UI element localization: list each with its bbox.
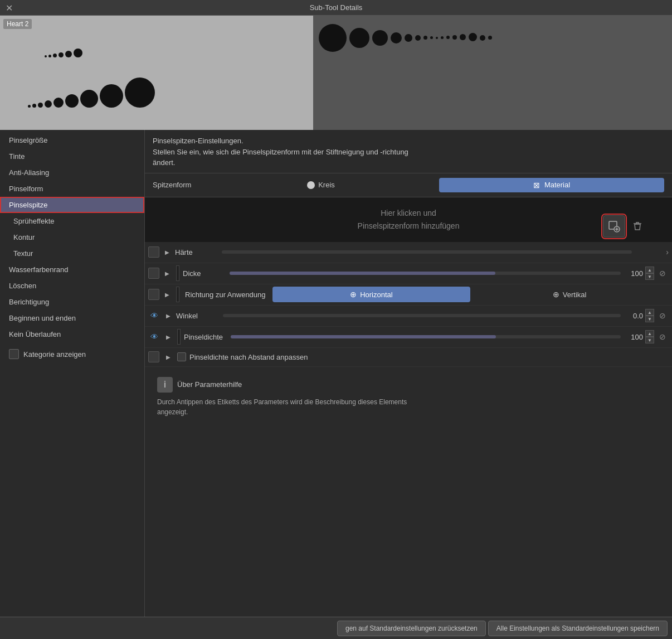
winkel-row: 👁 ▶ Winkel 0.0 ▲ ▼ ⊘ — [145, 306, 672, 327]
dicke-spin-up[interactable]: ▲ — [645, 267, 654, 273]
description-line3: ändert. — [153, 157, 664, 168]
vertikal-icon: ⊕ — [553, 290, 559, 299]
close-button[interactable]: ✕ — [6, 2, 13, 13]
dicke-slider[interactable] — [230, 268, 621, 279]
pinseldichte-slider[interactable] — [231, 331, 621, 342]
pinseldichte-eye[interactable]: 👁 — [148, 331, 160, 343]
pinseldichte-arrow[interactable]: ▶ — [163, 331, 174, 342]
pinseldichte-label: Pinseldichte — [184, 333, 228, 341]
winkel-value: 0.0 — [623, 312, 643, 320]
bottom-bar: gen auf Standardeinstellungen zurücksetz… — [0, 617, 672, 639]
pinseldichte-value: 100 — [623, 333, 643, 341]
preview-label: Heart 2 — [3, 19, 32, 29]
info-header: i Über Parameterhilfe — [157, 377, 660, 393]
btn-vertikal-label: Vertikal — [563, 291, 587, 299]
info-title: Über Parameterhilfe — [177, 380, 242, 389]
sidebar-item-beginnen-enden[interactable]: Beginnen und enden — [0, 310, 144, 326]
pinseldichte-abstand-row: ▶ Pinseldichte nach Abstand anpassen — [145, 348, 672, 367]
abstand-label: Pinseldichte nach Abstand anpassen — [189, 353, 308, 361]
haerte-slider[interactable] — [222, 246, 632, 258]
add-brush-tip-button[interactable] — [603, 215, 625, 238]
sidebar-item-spruheffekte[interactable]: Sprüheffekte — [0, 213, 144, 229]
window-title: Sub-Tool Details — [310, 3, 363, 12]
sidebar-item-wasserfarbenrand[interactable]: Wasserfarbenrand — [0, 262, 144, 278]
save-defaults-button[interactable]: Alle Einstellungen als Standardeinstellu… — [488, 621, 668, 636]
click-area[interactable]: Hier klicken und Pinselspitzenform hinzu… — [145, 197, 672, 242]
title-bar: ✕ Sub-Tool Details — [0, 0, 672, 16]
winkel-slider[interactable] — [223, 310, 621, 321]
winkel-spinners[interactable]: ▲ ▼ — [645, 309, 654, 322]
haerte-arrow[interactable]: ▶ — [162, 246, 173, 258]
sidebar: Pinselgröße Tinte Anti-Aliasing Pinselfo… — [0, 130, 145, 617]
main-content: Pinselgröße Tinte Anti-Aliasing Pinselfo… — [0, 130, 672, 617]
dicke-spin-down[interactable]: ▼ — [645, 273, 654, 280]
category-checkbox[interactable] — [9, 349, 19, 359]
btn-horizontal[interactable]: ⊕ Horizontal — [272, 287, 471, 302]
click-area-text2: Pinselspitzenform hinzufügen — [358, 220, 460, 232]
info-icon: i — [157, 377, 173, 393]
sidebar-item-loschen[interactable]: Löschen — [0, 278, 144, 294]
richtung-arrow[interactable]: ▶ — [162, 289, 173, 300]
direction-buttons: ⊕ Horizontal ⊕ Vertikal — [272, 287, 669, 302]
add-btn-area — [603, 215, 647, 238]
richtung-checkbox[interactable] — [148, 289, 159, 300]
dicke-row: ▶ Dicke 100 ▲ ▼ ⊘ — [145, 263, 672, 284]
horizontal-icon: ⊕ — [350, 290, 357, 299]
btn-kreis[interactable]: Kreis — [208, 178, 434, 192]
sidebar-item-berichtigung[interactable]: Berichtigung — [0, 294, 144, 310]
description-area: Pinselspitzen-Einstellungen. Stellen Sie… — [145, 130, 672, 173]
sidebar-item-textur[interactable]: Textur — [0, 245, 144, 262]
haerte-checkbox[interactable] — [148, 246, 159, 258]
sidebar-item-pinselform[interactable]: Pinselform — [0, 181, 144, 197]
winkel-edit-icon[interactable]: ⊘ — [656, 309, 669, 322]
pinseldichte-spin-down[interactable]: ▼ — [645, 337, 654, 343]
btn-kreis-label: Kreis — [318, 181, 335, 189]
richtung-track — [176, 287, 179, 302]
reset-button[interactable]: gen auf Standardeinstellungen zurücksetz… — [337, 621, 486, 636]
sidebar-item-anti-aliasing[interactable]: Anti-Aliasing — [0, 164, 144, 181]
sidebar-item-pinselspitze[interactable]: Pinselspitze — [0, 197, 144, 213]
click-area-text1: Hier klicken und — [358, 207, 460, 219]
sidebar-item-kontur[interactable]: Kontur — [0, 229, 144, 245]
sidebar-item-tinte[interactable]: Tinte — [0, 148, 144, 164]
btn-material[interactable]: ⊠ Material — [439, 178, 664, 192]
info-area: i Über Parameterhilfe Durch Antippen des… — [149, 371, 668, 423]
description-line2: Stellen Sie ein, wie sich die Pinselspit… — [153, 147, 664, 158]
spitzenform-label: Spitzenform — [153, 181, 203, 189]
sidebar-item-pinselgroesse[interactable]: Pinselgröße — [0, 132, 144, 148]
sidebar-item-kein-uberlaufen[interactable]: Kein Überlaufen — [0, 326, 144, 342]
dicke-arrow[interactable]: ▶ — [162, 268, 173, 279]
winkel-label: Winkel — [176, 312, 221, 320]
dicke-checkbox[interactable] — [148, 268, 159, 279]
delete-brush-tip-button[interactable] — [627, 216, 647, 236]
dicke-edit-icon[interactable]: ⊘ — [656, 267, 669, 279]
btn-material-label: Material — [544, 181, 570, 189]
abstand-checkbox[interactable] — [177, 352, 186, 361]
description-line1: Pinselspitzen-Einstellungen. — [153, 135, 664, 147]
abstand-arrow[interactable]: ▶ — [163, 351, 174, 362]
right-panel: Pinselspitzen-Einstellungen. Stellen Sie… — [145, 130, 672, 617]
category-label: Kategorie anzeigen — [23, 350, 86, 359]
winkel-arrow[interactable]: ▶ — [163, 310, 174, 321]
btn-vertikal[interactable]: ⊕ Vertikal — [470, 287, 669, 302]
btn-horizontal-label: Horizontal — [360, 291, 393, 299]
haerte-expand-icon[interactable]: › — [666, 248, 669, 256]
winkel-spin-down[interactable]: ▼ — [645, 316, 654, 322]
info-description1: Durch Antippen des Etiketts des Paramete… — [157, 397, 660, 407]
material-x-icon: ⊠ — [533, 181, 540, 190]
pinseldichte-spin-up[interactable]: ▲ — [645, 330, 654, 337]
circle-icon — [307, 181, 315, 189]
winkel-spin-up[interactable]: ▲ — [645, 309, 654, 316]
haerte-label: Härte — [175, 248, 220, 256]
richtung-row: ▶ Richtung zur Anwendung ⊕ Horizontal ⊕ … — [145, 284, 672, 306]
pinseldichte-track — [177, 329, 181, 345]
dicke-track — [176, 265, 179, 281]
info-description2: angezeigt. — [157, 407, 660, 417]
pinseldichte-row: 👁 ▶ Pinseldichte 100 ▲ ▼ ⊘ — [145, 327, 672, 348]
haerte-row: ▶ Härte › — [145, 242, 672, 263]
dicke-spinners[interactable]: ▲ ▼ — [645, 267, 654, 280]
pinseldichte-edit-icon[interactable]: ⊘ — [656, 331, 669, 343]
winkel-eye[interactable]: 👁 — [148, 309, 160, 322]
pinseldichte-spinners[interactable]: ▲ ▼ — [645, 330, 654, 343]
abstand-checkbox-left[interactable] — [148, 351, 159, 362]
